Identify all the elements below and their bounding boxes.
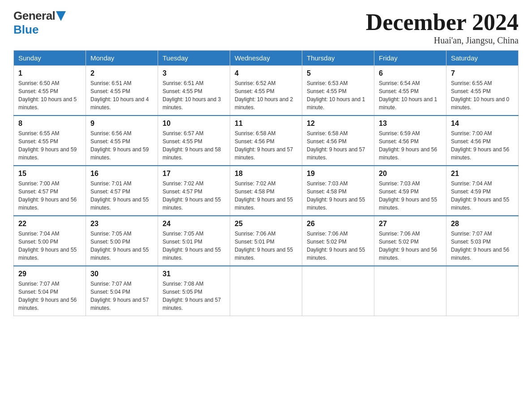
day-number: 5 [307, 69, 369, 77]
day-number: 23 [90, 220, 153, 228]
calendar-cell: 27Sunrise: 7:06 AMSunset: 5:02 PMDayligh… [374, 216, 446, 266]
day-info: Sunrise: 6:50 AMSunset: 4:55 PMDaylight:… [18, 79, 81, 111]
calendar-cell: 8Sunrise: 6:55 AMSunset: 4:55 PMDaylight… [14, 116, 86, 166]
calendar-week-4: 22Sunrise: 7:04 AMSunset: 5:00 PMDayligh… [14, 216, 519, 266]
day-info: Sunrise: 6:59 AMSunset: 4:56 PMDaylight:… [379, 129, 442, 162]
day-number: 20 [379, 170, 442, 178]
day-info: Sunrise: 6:51 AMSunset: 4:55 PMDaylight:… [163, 79, 225, 111]
day-info: Sunrise: 7:01 AMSunset: 4:57 PMDaylight:… [90, 180, 153, 212]
calendar-cell: 3Sunrise: 6:51 AMSunset: 4:55 PMDaylight… [158, 66, 230, 116]
day-info: Sunrise: 7:03 AMSunset: 4:58 PMDaylight:… [307, 180, 369, 212]
calendar-cell [230, 266, 302, 316]
day-info: Sunrise: 7:05 AMSunset: 5:01 PMDaylight:… [163, 230, 225, 262]
logo-blue-text: Blue [13, 23, 39, 37]
day-info: Sunrise: 7:07 AMSunset: 5:03 PMDaylight:… [451, 230, 514, 262]
col-thursday: Thursday [302, 51, 374, 66]
day-number: 27 [379, 220, 442, 228]
day-info: Sunrise: 6:57 AMSunset: 4:55 PMDaylight:… [163, 129, 225, 162]
calendar-cell [446, 266, 519, 316]
calendar-cell: 24Sunrise: 7:05 AMSunset: 5:01 PMDayligh… [158, 216, 230, 266]
day-info: Sunrise: 6:55 AMSunset: 4:55 PMDaylight:… [18, 129, 81, 162]
day-info: Sunrise: 7:05 AMSunset: 5:00 PMDaylight:… [90, 230, 153, 262]
page-header: General Blue December 2024 Huai'an, Jian… [13, 9, 519, 46]
day-info: Sunrise: 6:56 AMSunset: 4:55 PMDaylight:… [90, 129, 153, 162]
logo: General Blue [13, 9, 66, 37]
day-number: 1 [18, 69, 81, 77]
calendar-cell: 17Sunrise: 7:02 AMSunset: 4:57 PMDayligh… [158, 166, 230, 216]
day-number: 16 [90, 170, 153, 178]
col-sunday: Sunday [14, 51, 86, 66]
day-number: 4 [235, 69, 297, 77]
calendar-cell: 11Sunrise: 6:58 AMSunset: 4:56 PMDayligh… [230, 116, 302, 166]
day-number: 7 [451, 69, 514, 77]
col-wednesday: Wednesday [230, 51, 302, 66]
day-number: 29 [18, 270, 81, 278]
day-info: Sunrise: 6:53 AMSunset: 4:55 PMDaylight:… [307, 79, 369, 111]
calendar-cell: 1Sunrise: 6:50 AMSunset: 4:55 PMDaylight… [14, 66, 86, 116]
calendar-cell: 13Sunrise: 6:59 AMSunset: 4:56 PMDayligh… [374, 116, 446, 166]
svg-marker-0 [56, 11, 66, 21]
title-block: December 2024 Huai'an, Jiangsu, China [366, 9, 519, 46]
day-number: 21 [451, 170, 514, 178]
calendar-cell: 2Sunrise: 6:51 AMSunset: 4:55 PMDaylight… [86, 66, 158, 116]
calendar-table: Sunday Monday Tuesday Wednesday Thursday… [13, 50, 519, 316]
calendar-cell: 16Sunrise: 7:01 AMSunset: 4:57 PMDayligh… [86, 166, 158, 216]
day-info: Sunrise: 7:08 AMSunset: 5:05 PMDaylight:… [163, 280, 225, 312]
day-number: 6 [379, 69, 442, 77]
calendar-cell: 26Sunrise: 7:06 AMSunset: 5:02 PMDayligh… [302, 216, 374, 266]
day-info: Sunrise: 7:06 AMSunset: 5:01 PMDaylight:… [235, 230, 297, 262]
day-info: Sunrise: 7:00 AMSunset: 4:57 PMDaylight:… [18, 180, 81, 212]
day-info: Sunrise: 7:06 AMSunset: 5:02 PMDaylight:… [379, 230, 442, 262]
col-friday: Friday [374, 51, 446, 66]
day-info: Sunrise: 6:58 AMSunset: 4:56 PMDaylight:… [235, 129, 297, 162]
day-number: 8 [18, 120, 81, 128]
day-info: Sunrise: 7:04 AMSunset: 5:00 PMDaylight:… [18, 230, 81, 262]
day-number: 17 [163, 170, 225, 178]
day-info: Sunrise: 6:55 AMSunset: 4:55 PMDaylight:… [451, 79, 514, 111]
day-info: Sunrise: 7:00 AMSunset: 4:56 PMDaylight:… [451, 129, 514, 162]
day-number: 19 [307, 170, 369, 178]
day-number: 13 [379, 120, 442, 128]
day-info: Sunrise: 6:51 AMSunset: 4:55 PMDaylight:… [90, 79, 153, 111]
day-number: 26 [307, 220, 369, 228]
day-number: 11 [235, 120, 297, 128]
calendar-cell [374, 266, 446, 316]
day-info: Sunrise: 7:07 AMSunset: 5:04 PMDaylight:… [90, 280, 153, 312]
month-title: December 2024 [366, 9, 519, 35]
day-number: 25 [235, 220, 297, 228]
calendar-cell: 5Sunrise: 6:53 AMSunset: 4:55 PMDaylight… [302, 66, 374, 116]
day-number: 10 [163, 120, 225, 128]
calendar-cell: 20Sunrise: 7:03 AMSunset: 4:59 PMDayligh… [374, 166, 446, 216]
calendar-cell: 25Sunrise: 7:06 AMSunset: 5:01 PMDayligh… [230, 216, 302, 266]
day-number: 31 [163, 270, 225, 278]
day-info: Sunrise: 7:03 AMSunset: 4:59 PMDaylight:… [379, 180, 442, 212]
col-tuesday: Tuesday [158, 51, 230, 66]
day-info: Sunrise: 6:58 AMSunset: 4:56 PMDaylight:… [307, 129, 369, 162]
day-info: Sunrise: 7:02 AMSunset: 4:58 PMDaylight:… [235, 180, 297, 212]
day-info: Sunrise: 7:06 AMSunset: 5:02 PMDaylight:… [307, 230, 369, 262]
day-info: Sunrise: 7:02 AMSunset: 4:57 PMDaylight:… [163, 180, 225, 212]
day-number: 18 [235, 170, 297, 178]
calendar-cell: 15Sunrise: 7:00 AMSunset: 4:57 PMDayligh… [14, 166, 86, 216]
calendar-cell: 23Sunrise: 7:05 AMSunset: 5:00 PMDayligh… [86, 216, 158, 266]
logo-general-text: General [13, 9, 55, 23]
calendar-cell: 9Sunrise: 6:56 AMSunset: 4:55 PMDaylight… [86, 116, 158, 166]
calendar-cell: 6Sunrise: 6:54 AMSunset: 4:55 PMDaylight… [374, 66, 446, 116]
calendar-cell: 14Sunrise: 7:00 AMSunset: 4:56 PMDayligh… [446, 116, 519, 166]
calendar-cell: 4Sunrise: 6:52 AMSunset: 4:55 PMDaylight… [230, 66, 302, 116]
day-number: 9 [90, 120, 153, 128]
calendar-cell: 22Sunrise: 7:04 AMSunset: 5:00 PMDayligh… [14, 216, 86, 266]
location: Huai'an, Jiangsu, China [366, 35, 519, 46]
calendar-week-5: 29Sunrise: 7:07 AMSunset: 5:04 PMDayligh… [14, 266, 519, 316]
day-info: Sunrise: 7:07 AMSunset: 5:04 PMDaylight:… [18, 280, 81, 312]
calendar-header-row: Sunday Monday Tuesday Wednesday Thursday… [14, 51, 519, 66]
calendar-cell: 18Sunrise: 7:02 AMSunset: 4:58 PMDayligh… [230, 166, 302, 216]
day-number: 12 [307, 120, 369, 128]
logo-triangle-icon [56, 11, 66, 21]
day-number: 15 [18, 170, 81, 178]
day-number: 24 [163, 220, 225, 228]
day-info: Sunrise: 6:54 AMSunset: 4:55 PMDaylight:… [379, 79, 442, 111]
day-number: 28 [451, 220, 514, 228]
col-monday: Monday [86, 51, 158, 66]
col-saturday: Saturday [446, 51, 519, 66]
